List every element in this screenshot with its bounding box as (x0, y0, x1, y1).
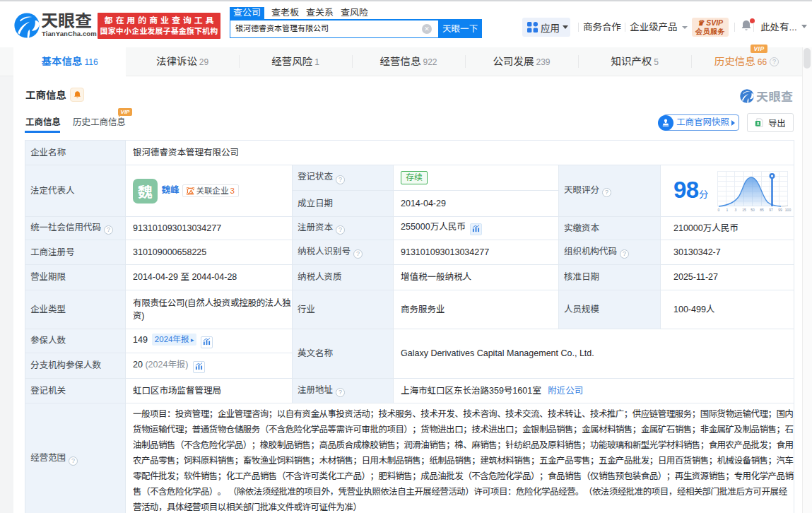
svg-text:1: 1 (726, 208, 729, 212)
svg-text:85: 85 (760, 208, 764, 212)
svg-text:100: 100 (785, 208, 792, 212)
svg-text:15: 15 (742, 208, 746, 212)
svg-text:99: 99 (778, 208, 782, 212)
svg-text:3: 3 (735, 208, 737, 212)
svg-text:97: 97 (769, 208, 773, 212)
svg-text:0: 0 (718, 208, 720, 212)
svg-text:50: 50 (751, 208, 755, 212)
